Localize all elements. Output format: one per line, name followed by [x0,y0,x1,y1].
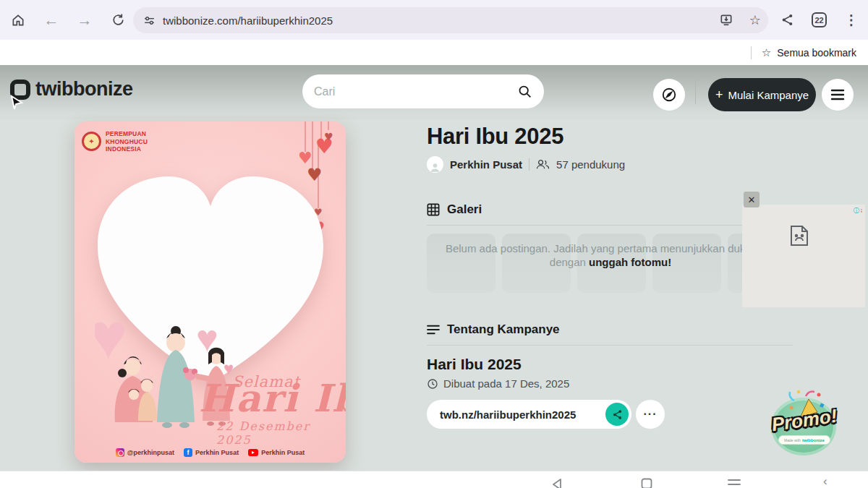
svg-text:♥: ♥ [95,301,127,372]
campaign-image[interactable]: ✦ PEREMPUAN KHONGHUCU INDONESIA ♥ ♥ ♥ ♥ … [75,121,346,463]
home-icon[interactable] [6,8,30,33]
share-nodes-icon [612,409,623,420]
android-home-icon[interactable] [641,478,652,488]
android-recents-icon[interactable] [728,478,741,488]
back-icon[interactable]: ← [39,8,64,33]
url-bar[interactable]: twibbonize.com/hariibuperkhin2025 ☆ [133,7,768,33]
plus-icon: + [715,87,723,103]
clock-icon [427,378,438,390]
keyboard-hide-icon[interactable]: ‹ [823,474,827,488]
about-campaign-title: Hari Ibu 2025 [427,356,522,373]
mouse-cursor [9,94,25,111]
menu-button[interactable] [822,79,854,111]
org-logo-icon: ✦ [82,132,101,151]
instagram-icon [116,448,124,457]
start-campaign-label: Mulai Kampanye [728,89,809,101]
forward-icon[interactable]: → [72,8,97,33]
about-heading: Tentang Kampanye [427,322,560,337]
twibbon-title: Hari Ibu [199,376,346,420]
brand-name: twibbonize [35,78,132,100]
explore-button[interactable] [653,79,685,111]
facebook-handle: Perkhin Pusat [195,449,239,456]
created-date: Dibuat pada 17 Des, 2025 [427,377,569,390]
divider [695,80,696,104]
install-app-icon[interactable] [719,13,733,27]
search-input[interactable] [314,85,517,98]
svg-text:♥: ♥ [324,131,333,142]
facebook-icon: f [184,448,192,457]
divider [427,225,793,226]
org-badge: ✦ PEREMPUAN KHONGHUCU INDONESIA [82,130,148,153]
made-with-pill: Made withtwibbonize [778,435,830,445]
url-text[interactable]: twibbonize.com/hariibuperkhin2025 [163,14,719,27]
supporters-count: 57 pendukung [556,158,625,171]
browser-menu-icon[interactable]: ⋮ [839,8,864,33]
broken-image-icon [790,225,809,247]
youtube-handle: Perkhin Pusat [261,449,305,456]
ad-banner[interactable]: ⓘ⁞ [742,205,865,307]
lines-icon [427,325,440,335]
short-url[interactable]: twb.nz/hariibuperkhin2025 [440,408,605,421]
tab-count: 22 [812,12,827,27]
author-name[interactable]: Perkhin Pusat [450,158,522,171]
reload-icon[interactable] [106,8,130,33]
twibbon-social-row: @perkhinpusat fPerkhin Pusat Perkhin Pus… [75,448,346,457]
gallery-heading: Galeri [427,202,482,217]
adchoices-icon[interactable]: ⓘ⁞ [854,207,862,215]
campaign-byline: Perkhin Pusat 57 pendukung [427,156,625,173]
bookmarks-bar: ☆ Semua bookmark [0,40,868,65]
share-url-button[interactable] [605,403,629,426]
search-bar[interactable] [302,74,544,108]
divider [529,158,529,171]
org-name: PEREMPUAN KHONGHUCU INDONESIA [106,130,148,153]
share-icon[interactable] [775,8,799,33]
gallery-empty-message: Belum ada postingan. Jadilah yang pertam… [427,242,794,270]
site-header: twibbonize + Mulai Kampanye [0,65,868,119]
page-title: Hari Ibu 2025 [427,124,563,150]
search-icon[interactable] [517,84,532,99]
hamburger-icon [830,89,845,100]
more-options-button[interactable]: ··· [636,400,665,429]
grid-icon [427,203,440,216]
person-icon [430,162,441,173]
all-bookmarks-star-icon: ☆ [762,46,771,59]
share-url-box[interactable]: twb.nz/hariibuperkhin2025 [427,400,631,429]
bookmark-star-icon[interactable]: ☆ [749,12,761,28]
site-settings-icon[interactable] [143,14,156,27]
twibbonize-logo[interactable]: twibbonize [10,78,132,100]
start-campaign-button[interactable]: + Mulai Kampanye [708,78,816,111]
main-content: ✦ PEREMPUAN KHONGHUCU INDONESIA ♥ ♥ ♥ ♥ … [0,119,868,471]
divider [751,46,752,59]
divider [427,345,793,346]
tab-switcher[interactable]: 22 [812,12,827,27]
compass-icon [661,87,677,103]
youtube-icon [248,449,258,456]
browser-toolbar: ← → twibbonize.com/hariibuperkhin2025 ☆ … [0,0,868,40]
android-back-icon[interactable] [551,478,563,488]
avatar[interactable] [427,156,443,173]
promo-badge[interactable]: Promo! Made withtwibbonize [768,390,841,459]
android-nav-bar: ‹ [0,471,868,488]
supporters-icon [536,159,550,170]
twibbon-date: 22 Desember 2025 [216,419,346,447]
ad-close-button[interactable]: ✕ [744,192,760,207]
all-bookmarks-label[interactable]: Semua bookmark [777,47,856,59]
instagram-handle: @perkhinpusat [127,449,174,456]
